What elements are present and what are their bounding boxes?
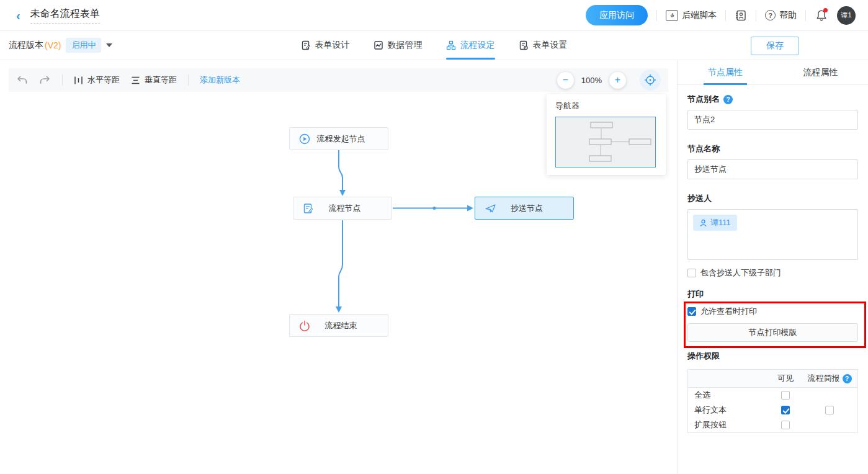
vertical-space-label: 垂直等距 xyxy=(145,74,177,86)
tab-flow-settings[interactable]: 流程设定 xyxy=(446,31,495,60)
cc-recipient-label: 抄送人 xyxy=(687,193,858,204)
flow-node-start[interactable]: 流程发起节点 xyxy=(289,127,388,150)
version-label: 流程版本 xyxy=(9,40,43,51)
tab-label: 数据管理 xyxy=(388,40,423,51)
user-icon xyxy=(699,219,707,227)
undo-icon xyxy=(16,75,28,85)
power-icon xyxy=(299,320,310,331)
flow-canvas[interactable]: 水平等距 垂直等距 添加新版本 − 100% + xyxy=(0,60,678,474)
visible-checkbox[interactable] xyxy=(781,421,790,429)
visible-checkbox[interactable] xyxy=(781,391,790,400)
contacts-icon xyxy=(735,9,747,22)
app-access-button[interactable]: 应用访问 xyxy=(586,5,648,25)
divider xyxy=(656,10,657,21)
node-name-label: 节点名称 xyxy=(687,143,858,154)
node-label: 流程发起节点 xyxy=(310,133,388,145)
save-button[interactable]: 保存 xyxy=(751,37,799,55)
allow-print-checkbox[interactable] xyxy=(687,307,696,316)
app-header: ‹ 未命名流程表单 应用访问 ‹/› 后端脚本 ? 帮助 xyxy=(0,0,868,31)
allow-print-row[interactable]: 允许查看时打印 xyxy=(687,306,858,317)
permission-row: 扩展按钮 xyxy=(688,418,857,432)
version-tag: (V2) xyxy=(45,40,61,50)
divider xyxy=(805,10,806,21)
form-design-icon xyxy=(301,40,311,50)
main-tabs: 表单设计 数据管理 流程设定 xyxy=(0,31,868,60)
locate-button[interactable] xyxy=(640,69,661,91)
flow-node-cc[interactable]: 抄送节点 xyxy=(475,197,574,220)
back-icon[interactable]: ‹ xyxy=(16,9,20,22)
cc-recipient-box[interactable]: 谭111 xyxy=(687,209,858,260)
code-icon: ‹/› xyxy=(666,10,678,21)
form-settings-icon xyxy=(519,40,529,50)
divider xyxy=(725,10,726,21)
horizontal-space-icon xyxy=(74,76,83,85)
navigator-minimap[interactable] xyxy=(555,117,656,168)
version-selector[interactable]: 流程版本 (V2) 启用中 xyxy=(9,38,112,53)
play-icon xyxy=(299,133,310,145)
cc-recipient-chip[interactable]: 谭111 xyxy=(693,215,737,231)
tab-form-settings[interactable]: 表单设置 xyxy=(519,31,568,60)
flow-settings-icon xyxy=(446,40,456,50)
node-alias-label-text: 节点别名 xyxy=(687,94,720,105)
data-management-icon xyxy=(374,40,383,50)
question-icon[interactable]: ? xyxy=(723,95,733,104)
tab-label: 表单设置 xyxy=(533,40,568,51)
avatar[interactable]: 谭1 xyxy=(837,6,856,25)
node-label: 流程节点 xyxy=(314,203,391,214)
redo-button[interactable] xyxy=(39,75,51,85)
tab-label: 流程设定 xyxy=(460,40,495,51)
help-button[interactable]: ? 帮助 xyxy=(765,10,797,21)
navigator-title: 导航器 xyxy=(555,101,657,112)
caret-down-icon[interactable] xyxy=(106,43,112,47)
notification-button[interactable] xyxy=(815,9,828,22)
permission-table-body: 全选单行文本扩展按钮 xyxy=(688,388,857,432)
undo-button[interactable] xyxy=(16,75,28,85)
print-template-button[interactable]: 节点打印模版 xyxy=(687,323,858,342)
navigator-panel: 导航器 xyxy=(547,94,666,175)
flow-node-end[interactable]: 流程结束 xyxy=(289,314,388,337)
permission-table: 可见 流程简报 ? 全选单行文本扩展按钮 xyxy=(687,369,858,433)
contacts-button[interactable] xyxy=(735,9,747,22)
node-label: 流程结束 xyxy=(310,320,388,331)
question-icon[interactable]: ? xyxy=(843,374,852,383)
horizontal-space-button[interactable]: 水平等距 xyxy=(74,74,120,86)
divider xyxy=(188,74,189,86)
tab-form-design[interactable]: 表单设计 xyxy=(301,31,350,60)
tab-node-properties[interactable]: 节点属性 xyxy=(678,60,773,84)
canvas-toolbar: 水平等距 垂直等距 添加新版本 − 100% + xyxy=(9,68,668,92)
cc-recipient-name: 谭111 xyxy=(710,217,731,228)
minimap-graph xyxy=(556,117,655,167)
zoom-level: 100% xyxy=(581,76,602,85)
tab-label: 表单设计 xyxy=(315,40,350,51)
node-name-input[interactable] xyxy=(687,159,858,179)
form-icon xyxy=(303,203,314,214)
redo-icon xyxy=(39,75,51,85)
include-sub-dept-label: 包含抄送人下级子部门 xyxy=(700,267,781,279)
horizontal-space-label: 水平等距 xyxy=(87,74,120,86)
backend-script-button[interactable]: ‹/› 后端脚本 xyxy=(666,10,717,21)
vertical-space-icon xyxy=(131,76,140,85)
permission-table-head: 可见 流程简报 ? xyxy=(688,370,857,388)
permission-col-brief-text: 流程简报 xyxy=(808,373,840,384)
zoom-out-button[interactable]: − xyxy=(557,72,574,89)
tab-flow-properties[interactable]: 流程属性 xyxy=(773,60,868,84)
zoom-in-button[interactable]: + xyxy=(609,72,626,89)
node-alias-label: 节点别名 ? xyxy=(687,94,858,105)
permission-row: 全选 xyxy=(688,388,857,403)
notification-badge xyxy=(823,8,828,12)
tab-data-management[interactable]: 数据管理 xyxy=(374,31,423,60)
visible-checkbox[interactable] xyxy=(781,406,790,414)
properties-panel: 节点属性 流程属性 节点别名 ? 节点名称 抄送人 谭111 xyxy=(678,60,868,474)
permission-row-label: 单行文本 xyxy=(688,405,769,416)
print-section: 允许查看时打印 节点打印模版 xyxy=(687,306,858,342)
add-version-button[interactable]: 添加新版本 xyxy=(200,74,240,86)
include-sub-dept-checkbox[interactable] xyxy=(687,269,696,277)
node-alias-input[interactable] xyxy=(687,110,858,130)
brief-checkbox[interactable] xyxy=(825,406,834,414)
permission-col-visible: 可见 xyxy=(769,373,802,384)
flow-node-process[interactable]: 流程节点 xyxy=(293,197,392,220)
node-label: 抄送节点 xyxy=(496,203,573,214)
vertical-space-button[interactable]: 垂直等距 xyxy=(131,74,177,86)
status-badge: 启用中 xyxy=(66,38,101,53)
include-sub-dept-row[interactable]: 包含抄送人下级子部门 xyxy=(687,267,858,279)
